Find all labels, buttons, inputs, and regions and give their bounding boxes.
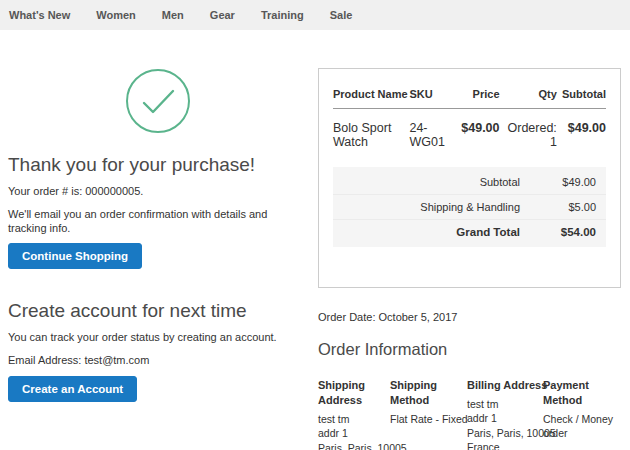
billing-address-block: Billing Address test tm addr 1 Paris, Pa… (467, 378, 543, 450)
col-header-sku: SKU (409, 82, 447, 109)
continue-shopping-button[interactable]: Continue Shopping (8, 243, 142, 269)
item-qty: Ordered: 1 (500, 109, 557, 160)
shipping-address-street: addr 1 (318, 426, 390, 440)
table-row: Bolo Sport Watch 24-WG01 $49.00 Ordered:… (333, 109, 606, 160)
page-title: Thank you for your purchase! (8, 154, 308, 176)
shipping-handling-label: Shipping & Handling (343, 201, 544, 213)
payment-method-value: Check / Money order (543, 412, 621, 441)
item-product-name: Bolo Sport Watch (333, 109, 409, 160)
shipping-method-value: Flat Rate - Fixed (390, 412, 467, 426)
subtotal-label: Subtotal (343, 176, 544, 188)
items-header-row: Product Name SKU Price Qty Subtotal (333, 82, 606, 109)
order-information-title: Order Information (318, 340, 621, 359)
col-header-price: Price (448, 82, 500, 109)
grand-total-label: Grand Total (343, 226, 544, 238)
shipping-address-title: Shipping Address (318, 378, 390, 408)
success-check-wrap (8, 68, 308, 134)
shipping-handling-value: $5.00 (544, 201, 596, 213)
email-address-line: Email Address: test@tm.com (8, 354, 308, 368)
billing-address-country: France (467, 440, 543, 450)
totals-row-grand-total: Grand Total $54.00 (333, 220, 606, 244)
nav-item-whats-new[interactable]: What's New (0, 9, 83, 21)
col-header-subtotal: Subtotal (557, 82, 606, 109)
shipping-address-city: Paris, Paris, 10005 (318, 441, 390, 450)
order-number-text: Your order # is: 000000005. (8, 185, 308, 199)
nav-item-women[interactable]: Women (83, 9, 149, 21)
nav-item-men[interactable]: Men (149, 9, 197, 21)
totals-row-subtotal: Subtotal $49.00 (333, 170, 606, 195)
main-nav: What's New Women Men Gear Training Sale (0, 0, 630, 30)
payment-method-title: Payment Method (543, 378, 621, 408)
check-circle-icon (125, 68, 191, 134)
shipping-method-title: Shipping Method (390, 378, 467, 408)
billing-address-title: Billing Address (467, 378, 543, 393)
item-subtotal: $49.00 (557, 109, 606, 160)
create-account-title: Create account for next time (8, 300, 308, 322)
shipping-address-name: test tm (318, 412, 390, 426)
email-confirmation-note: We'll email you an order confirmation wi… (8, 208, 308, 236)
payment-method-block: Payment Method Check / Money order (543, 378, 621, 450)
nav-item-training[interactable]: Training (248, 9, 317, 21)
subtotal-value: $49.00 (544, 176, 596, 188)
order-totals: Subtotal $49.00 Shipping & Handling $5.0… (333, 167, 606, 247)
create-account-button[interactable]: Create an Account (8, 376, 137, 402)
shipping-address-block: Shipping Address test tm addr 1 Paris, P… (318, 378, 390, 450)
order-info-columns: Shipping Address test tm addr 1 Paris, P… (318, 378, 621, 450)
item-sku: 24-WG01 (409, 109, 447, 160)
col-header-product: Product Name (333, 82, 409, 109)
nav-item-gear[interactable]: Gear (197, 9, 248, 21)
nav-item-sale[interactable]: Sale (317, 9, 366, 21)
grand-total-value: $54.00 (544, 226, 596, 238)
totals-row-shipping: Shipping & Handling $5.00 (333, 195, 606, 220)
order-date: Order Date: October 5, 2017 (318, 311, 621, 323)
create-account-note: You can track your order status by creat… (8, 331, 308, 345)
billing-address-name: test tm (467, 397, 543, 411)
col-header-qty: Qty (500, 82, 557, 109)
order-summary-box: Product Name SKU Price Qty Subtotal Bolo… (318, 68, 621, 288)
billing-address-city: Paris, Paris, 10005 (467, 426, 543, 440)
shipping-method-block: Shipping Method Flat Rate - Fixed (390, 378, 467, 450)
billing-address-street: addr 1 (467, 411, 543, 425)
order-details-column: Product Name SKU Price Qty Subtotal Bolo… (318, 30, 621, 450)
item-price: $49.00 (448, 109, 500, 160)
order-items-table: Product Name SKU Price Qty Subtotal Bolo… (333, 82, 606, 159)
success-column: Thank you for your purchase! Your order … (8, 30, 308, 402)
